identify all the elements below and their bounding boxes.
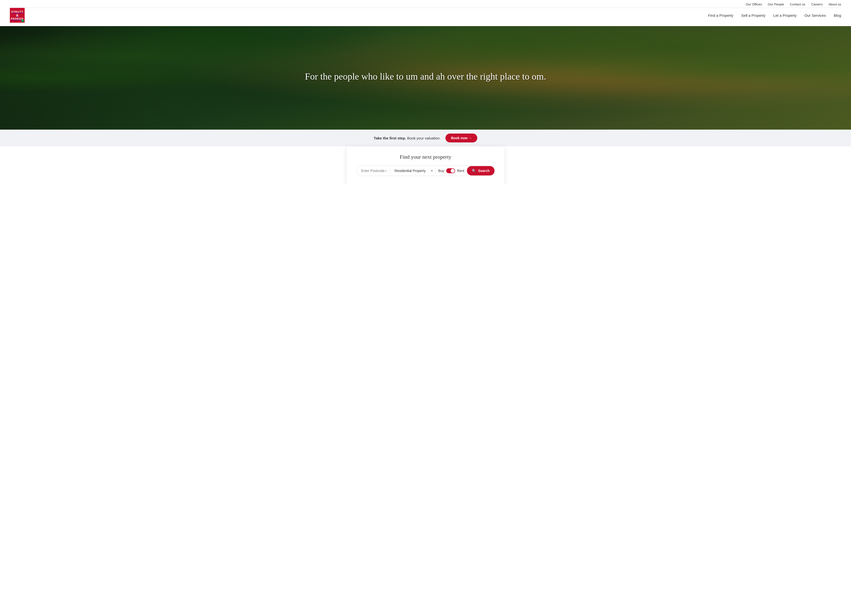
search-icon: 🔍 bbox=[472, 169, 476, 173]
book-now-button[interactable]: Book now → bbox=[445, 133, 477, 142]
search-button[interactable]: 🔍 Search bbox=[467, 166, 495, 175]
property-type-select[interactable]: Residential Property Commercial Property… bbox=[392, 166, 433, 175]
site-logo[interactable]: STRUTT & PARKER bbox=[10, 8, 25, 22]
cta-text: Take the first step. Book your valuation… bbox=[374, 136, 441, 140]
top-nav-careers[interactable]: Careers bbox=[811, 3, 822, 6]
rent-label: Rent bbox=[457, 169, 465, 173]
main-navigation: Find a Property Sell a Property Let a Pr… bbox=[708, 13, 841, 18]
hero-headline: For the people who like to um and ah ove… bbox=[128, 70, 723, 82]
logo-box: STRUTT & PARKER bbox=[10, 8, 25, 22]
nav-sell-property[interactable]: Sell a Property bbox=[741, 13, 765, 18]
hero-text-container: For the people who like to um and ah ove… bbox=[128, 70, 723, 82]
top-nav-contact-us[interactable]: Contact us bbox=[790, 3, 805, 6]
buy-rent-toggle-track[interactable] bbox=[446, 168, 455, 173]
nav-our-services[interactable]: Our Services bbox=[804, 13, 826, 18]
top-nav-about-us[interactable]: About us bbox=[828, 3, 841, 6]
search-button-label: Search bbox=[478, 169, 490, 173]
top-nav-our-people[interactable]: Our People bbox=[768, 3, 784, 6]
toggle-thumb bbox=[451, 169, 455, 173]
logo-strutt: STRUTT bbox=[11, 10, 23, 13]
search-panel-title: Find your next property bbox=[356, 154, 495, 160]
nav-let-property[interactable]: Let a Property bbox=[773, 13, 797, 18]
search-input[interactable] bbox=[359, 166, 389, 175]
search-row: Residential Property Commercial Property… bbox=[356, 166, 495, 176]
cta-text-bold: Take the first step. bbox=[374, 136, 406, 140]
cta-text-normal: Book your valuation. bbox=[407, 136, 441, 140]
buy-rent-toggle: Buy Rent bbox=[435, 168, 468, 173]
top-navigation: Our Offices Our People Contact us Career… bbox=[0, 0, 851, 7]
search-panel: Find your next property Residential Prop… bbox=[347, 146, 504, 185]
search-input-wrapper bbox=[357, 166, 390, 176]
below-fold bbox=[0, 185, 851, 234]
logo-ampersand: & bbox=[16, 13, 18, 17]
logo-green-square bbox=[21, 19, 24, 22]
nav-blog[interactable]: Blog bbox=[834, 13, 841, 18]
top-nav-our-offices[interactable]: Our Offices bbox=[746, 3, 762, 6]
nav-find-property[interactable]: Find a Property bbox=[708, 13, 734, 18]
cta-bar: Take the first step. Book your valuation… bbox=[0, 130, 851, 146]
main-nav-wrapper: STRUTT & PARKER Find a Property Sell a P… bbox=[0, 8, 851, 26]
hero-section: For the people who like to um and ah ove… bbox=[0, 26, 851, 130]
buy-label: Buy bbox=[438, 169, 444, 173]
property-type-select-wrapper: Residential Property Commercial Property… bbox=[390, 166, 435, 175]
site-header: Our Offices Our People Contact us Career… bbox=[0, 0, 851, 26]
